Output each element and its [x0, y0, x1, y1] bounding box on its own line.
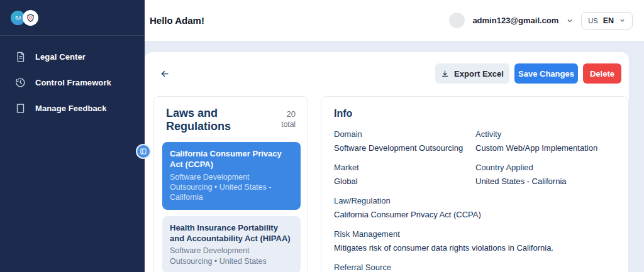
field-referral-source: Referral Source California Civil Code, T…	[334, 263, 616, 272]
account-chevron-down-icon[interactable]	[566, 17, 574, 24]
field-risk-management: Risk Management Mitigates risk of consum…	[334, 229, 616, 253]
law-item-subtitle: Software Development Outsourcing • Unite…	[170, 246, 293, 266]
field-label: Referral Source	[334, 263, 616, 272]
download-icon	[441, 70, 449, 78]
field-value: Global	[334, 177, 475, 186]
field-country-applied: Country Applied United States - Californ…	[475, 163, 617, 186]
field-value: Software Development Outsourcing	[334, 143, 475, 153]
document-icon	[15, 52, 26, 62]
law-item-subtitle: Software Development Outsourcing • Unite…	[170, 172, 293, 203]
sidebar-nav: Legal Center Control Framework Manage	[0, 36, 145, 121]
sidebar: SJ Legal Center	[0, 0, 145, 272]
language-country: US	[588, 17, 597, 24]
field-domain: Domain Software Development Outsourcing	[334, 129, 475, 153]
laws-regulations-panel: Laws and Regulations 20 total California…	[153, 96, 308, 272]
law-list-item-ccpa[interactable]: California Consumer Privacy Act (CCPA) S…	[162, 142, 301, 210]
field-law-regulation: Law/Regulation California Consumer Priva…	[334, 196, 616, 219]
field-value: Custom Web/App Implementation	[475, 143, 617, 153]
info-panel-title: Info	[334, 108, 616, 119]
field-value: Mitigates risk of consumer data rights v…	[334, 243, 616, 253]
sidebar-collapse-button[interactable]	[136, 144, 151, 159]
shield-icon	[26, 13, 35, 23]
greeting-text: Hello Adam!	[150, 15, 204, 26]
sidebar-item-label: Manage Feedback	[35, 104, 107, 113]
laws-count-number: 20	[281, 109, 296, 119]
sidebar-item-label: Legal Center	[35, 52, 86, 62]
field-label: Risk Management	[334, 229, 616, 239]
back-arrow-icon[interactable]	[157, 66, 172, 81]
language-code: EN	[603, 16, 614, 25]
user-email: admin123@gmail.com	[472, 16, 558, 25]
law-item-title: Health Insurance Portability and Account…	[170, 223, 293, 244]
save-changes-button[interactable]: Save Changes	[514, 63, 578, 84]
language-chevron-down-icon	[619, 17, 626, 24]
field-activity: Activity Custom Web/App Implementation	[475, 129, 617, 153]
top-header: Hello Adam! admin123@gmail.com US EN	[145, 0, 644, 41]
law-item-title: California Consumer Privacy Act (CCPA)	[170, 149, 293, 170]
laws-count-label: total	[281, 120, 296, 129]
laws-count: 20 total	[281, 107, 296, 133]
info-grid: Domain Software Development Outsourcing …	[334, 129, 616, 186]
field-label: Domain	[334, 129, 475, 139]
language-selector[interactable]: US EN	[581, 12, 633, 30]
sidebar-item-label: Control Framework	[35, 78, 111, 87]
history-icon	[15, 77, 26, 88]
export-excel-label: Export Excel	[454, 69, 504, 79]
field-value: California Consumer Privacy Act (CCPA)	[334, 210, 616, 219]
info-panel: Info Domain Software Development Outsour…	[321, 96, 629, 272]
field-label: Country Applied	[475, 163, 617, 172]
building-icon	[15, 103, 26, 114]
toolbar: Export Excel Save Changes Delete	[145, 63, 629, 84]
shield-logo	[23, 10, 38, 26]
laws-panel-title: Laws and Regulations	[166, 107, 260, 133]
field-label: Market	[334, 163, 475, 172]
field-market: Market Global	[334, 163, 475, 186]
field-label: Law/Regulation	[334, 196, 616, 205]
field-label: Activity	[475, 129, 617, 139]
header-right: admin123@gmail.com US EN	[449, 12, 633, 30]
law-list-item-hipaa[interactable]: Health Insurance Portability and Account…	[162, 216, 301, 272]
sidebar-item-legal-center[interactable]: Legal Center	[0, 44, 145, 70]
logo-row: SJ	[0, 0, 145, 36]
export-excel-button[interactable]: Export Excel	[435, 63, 509, 84]
delete-button[interactable]: Delete	[583, 63, 621, 84]
field-value: United States - California	[475, 177, 617, 186]
avatar[interactable]	[449, 13, 465, 28]
sidebar-item-manage-feedback[interactable]: Manage Feedback	[0, 95, 145, 121]
sidebar-item-control-framework[interactable]: Control Framework	[0, 70, 145, 95]
panel-collapse-icon	[140, 148, 147, 155]
laws-panel-header: Laws and Regulations 20 total	[162, 107, 299, 142]
